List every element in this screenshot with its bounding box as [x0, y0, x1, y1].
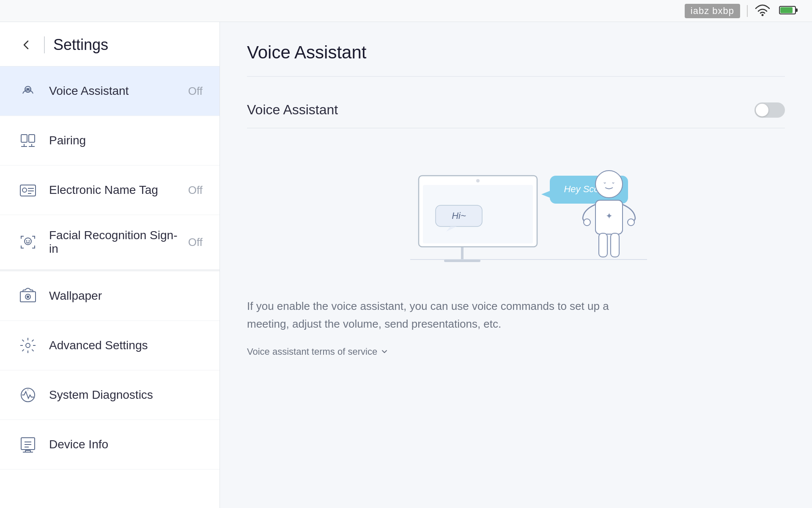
voice-assistant-setting-row: Voice Assistant: [247, 94, 785, 128]
svg-rect-48: [611, 233, 619, 257]
back-button[interactable]: [17, 36, 36, 54]
chevron-down-icon: [381, 348, 388, 356]
nav-label-pairing: Pairing: [49, 134, 192, 147]
electronic-name-tag-icon: [17, 179, 39, 201]
svg-point-17: [26, 240, 27, 242]
voice-assistant-toggle[interactable]: [754, 102, 785, 118]
sidebar-title: Settings: [53, 36, 108, 54]
nav-label-facial-recognition: Facial Recognition Sign-in: [49, 229, 178, 256]
nav-value-electronic-name-tag: Off: [188, 184, 203, 197]
svg-rect-32: [444, 260, 480, 262]
illustration-container: Hi~ Hey Scotty~ ✦: [247, 142, 785, 277]
user-badge: iabz bxbp: [685, 4, 740, 18]
main-layout: Settings Voice Assistant Off: [0, 22, 812, 508]
nav-item-wallpaper[interactable]: Wallpaper: [0, 271, 219, 321]
device-info-icon: [17, 433, 39, 456]
svg-point-34: [476, 179, 480, 182]
nav-item-voice-assistant[interactable]: Voice Assistant Off: [0, 66, 219, 116]
nav-label-device-info: Device Info: [49, 438, 192, 451]
nav-value-facial-recognition: Off: [188, 236, 203, 249]
svg-rect-2: [796, 8, 798, 12]
svg-rect-5: [21, 135, 27, 142]
svg-rect-1: [780, 7, 793, 13]
nav-label-wallpaper: Wallpaper: [49, 289, 192, 303]
nav-label-system-diagnostics: System Diagnostics: [49, 388, 192, 402]
facial-recognition-icon: [17, 231, 39, 253]
system-diagnostics-icon: [17, 384, 39, 406]
sidebar: Settings Voice Assistant Off: [0, 22, 220, 508]
nav-label-advanced-settings: Advanced Settings: [49, 339, 192, 352]
voice-assistant-illustration: Hi~ Hey Scotty~ ✦: [385, 150, 647, 269]
nav-label-voice-assistant: Voice Assistant: [49, 84, 178, 98]
svg-text:✦: ✦: [606, 211, 613, 221]
nav-label-electronic-name-tag: Electronic Name Tag: [49, 183, 178, 197]
voice-assistant-icon: [17, 80, 39, 102]
nav-item-facial-recognition[interactable]: Facial Recognition Sign-in Off: [0, 215, 219, 270]
advanced-settings-icon: [17, 334, 39, 356]
toggle-knob: [756, 104, 768, 116]
sidebar-header: Settings: [0, 22, 219, 66]
voice-assistant-description: If you enable the voice assistant, you c…: [247, 298, 628, 333]
battery-icon: [779, 5, 798, 17]
svg-point-12: [22, 188, 27, 192]
nav-item-pairing[interactable]: Pairing: [0, 116, 219, 166]
svg-rect-47: [599, 233, 607, 257]
svg-point-16: [25, 238, 31, 245]
nav-item-device-info[interactable]: Device Info: [0, 420, 219, 469]
svg-rect-6: [29, 135, 35, 142]
nav-item-advanced-settings[interactable]: Advanced Settings: [0, 321, 219, 370]
content-divider: [247, 76, 785, 77]
svg-point-22: [26, 343, 30, 348]
topbar: iabz bxbp: [0, 0, 812, 22]
svg-point-21: [27, 295, 29, 298]
svg-point-42: [595, 171, 623, 198]
svg-point-24: [27, 389, 28, 390]
svg-point-45: [584, 219, 590, 226]
svg-point-46: [628, 219, 634, 226]
content-title: Voice Assistant: [247, 42, 785, 63]
nav-value-voice-assistant: Off: [188, 85, 203, 98]
voice-assistant-setting-label: Voice Assistant: [247, 102, 338, 118]
header-divider: [44, 36, 45, 53]
svg-text:Hi~: Hi~: [452, 210, 466, 221]
pairing-icon: [17, 130, 39, 152]
topbar-divider: [747, 5, 748, 17]
terms-label: Voice assistant terms of service: [247, 346, 377, 357]
nav-item-system-diagnostics[interactable]: System Diagnostics: [0, 370, 219, 420]
wifi-icon: [754, 4, 771, 18]
svg-rect-25: [21, 438, 35, 450]
topbar-icons: [754, 4, 798, 18]
svg-marker-41: [541, 191, 550, 198]
content-area: Voice Assistant Voice Assistant: [220, 22, 812, 508]
nav-item-electronic-name-tag[interactable]: Electronic Name Tag Off: [0, 166, 219, 215]
wallpaper-icon: [17, 285, 39, 307]
terms-of-service-link[interactable]: Voice assistant terms of service: [247, 346, 785, 357]
svg-point-18: [29, 240, 30, 242]
